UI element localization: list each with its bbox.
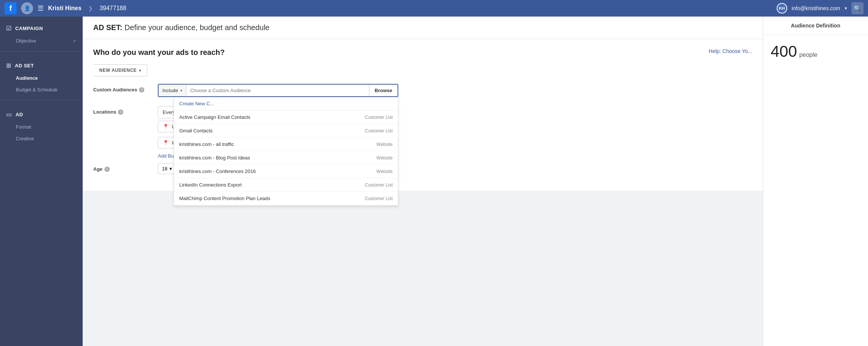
sidebar-item-objective[interactable]: Objective ✓ <box>0 35 83 47</box>
section-question: Who do you want your ads to reach? <box>93 48 225 57</box>
sidebar-item-format[interactable]: Format <box>0 121 83 133</box>
campaign-section-label: CAMPAIGN <box>15 26 43 31</box>
sidebar-section-adset: ⊞ AD SET Audience Budget & Schedule <box>0 54 83 98</box>
locations-label: Locations i <box>93 106 153 115</box>
user-initials-badge: KH <box>777 3 787 14</box>
include-label: Include <box>162 88 178 93</box>
sidebar-campaign-header: ☑ CAMPAIGN <box>0 22 83 35</box>
dropdown-item-5[interactable]: LinkedIn Connections Export Customer Lis… <box>174 178 398 192</box>
dropdown-item-3[interactable]: kristihines.com - Blog Post Ideas Websit… <box>174 151 398 165</box>
sidebar-item-budget-schedule[interactable]: Budget & Schedule <box>0 84 83 96</box>
sidebar-item-audience[interactable]: Audience <box>0 72 83 84</box>
sidebar-section-campaign: ☑ CAMPAIGN Objective ✓ <box>0 17 83 49</box>
people-count: 400 <box>771 42 797 61</box>
sidebar-divider-2 <box>0 100 83 100</box>
location-pin-icon: 📍 <box>163 124 169 129</box>
age-label: Age i <box>93 163 153 172</box>
audience-size-display: 400 people <box>771 42 860 61</box>
adset-header-title: AD SET: Define your audience, budget and… <box>93 23 269 32</box>
audience-field-container: Include ▾ Browse Create New C... Active … <box>158 84 398 97</box>
include-location-pin-icon: 📍 <box>163 140 169 146</box>
dropdown-item-1[interactable]: Gmail Contacts Customer List <box>174 124 398 138</box>
audience-search-input[interactable] <box>186 85 369 96</box>
new-audience-chevron-icon: ▾ <box>139 68 141 73</box>
custom-audiences-row: Custom Audiences i Include ▾ Browse <box>93 84 752 97</box>
custom-audiences-label: Custom Audiences i <box>93 84 153 93</box>
adset-header: AD SET: Define your audience, budget and… <box>83 17 763 39</box>
sidebar-ad-header: ▭ AD <box>0 108 83 121</box>
browse-button[interactable]: Browse <box>369 85 398 96</box>
sidebar-divider-1 <box>0 51 83 52</box>
dropdown-item-6[interactable]: MailChimp Content Promotion Plan Leads C… <box>174 192 398 205</box>
dropdown-item-2[interactable]: kristihines.com - all traffic Website <box>174 138 398 151</box>
ad-section-icon: ▭ <box>6 111 12 118</box>
nav-arrow-icon: ❯ <box>88 5 93 11</box>
nav-username: Kristi Hines <box>48 5 82 12</box>
create-new-link[interactable]: Create New C... <box>174 97 398 111</box>
email-chevron-icon[interactable]: ▾ <box>845 6 847 11</box>
dropdown-item-4[interactable]: kristihines.com - Conferences 2016 Websi… <box>174 165 398 178</box>
include-chevron-icon: ▾ <box>180 88 182 93</box>
people-label: people <box>799 52 817 58</box>
include-dropdown[interactable]: Include ▾ <box>159 85 186 96</box>
custom-audiences-info-icon[interactable]: i <box>139 87 144 93</box>
audience-section: Who do you want your ads to reach? Help:… <box>83 39 763 191</box>
locations-info-icon[interactable]: i <box>118 109 123 115</box>
new-audience-tab[interactable]: NEW AUDIENCE ▾ <box>93 64 147 76</box>
audience-dropdown-menu: Create New C... Active Campaign Email Co… <box>174 97 398 206</box>
sidebar-item-creative[interactable]: Creative <box>0 133 83 144</box>
dropdown-item-0[interactable]: Active Campaign Email Contacts Customer … <box>174 111 398 124</box>
objective-check-icon: ✓ <box>73 38 77 44</box>
age-min-chevron: ▾ <box>169 166 172 171</box>
new-audience-tab-label: NEW AUDIENCE <box>99 68 137 73</box>
audience-definition-title: Audience Definition <box>763 17 868 35</box>
age-info-icon[interactable]: i <box>104 167 110 172</box>
campaign-section-icon: ☑ <box>6 25 12 32</box>
facebook-logo: f <box>5 2 17 14</box>
audience-tabs: NEW AUDIENCE ▾ <box>93 64 752 76</box>
user-avatar: 👤 <box>21 2 33 14</box>
audience-definition-panel: Audience Definition 400 people <box>763 17 868 346</box>
ad-section-label: AD <box>16 112 23 117</box>
sidebar-section-ad: ▭ AD Format Creative <box>0 103 83 147</box>
user-email-display: info@kristihines.com <box>792 5 840 11</box>
help-link[interactable]: Help: Choose Yo... <box>709 48 752 54</box>
sidebar: ☑ CAMPAIGN Objective ✓ ⊞ AD SET Audience… <box>0 17 83 346</box>
adset-section-icon: ⊞ <box>6 62 11 69</box>
audience-input-row: Include ▾ Browse <box>158 84 398 97</box>
adset-section-label: AD SET <box>15 63 34 68</box>
search-button[interactable]: 🔍 <box>851 2 863 14</box>
hamburger-icon[interactable]: ☰ <box>38 4 44 12</box>
nav-account-id: 39477188 <box>100 5 126 12</box>
audience-definition-body: 400 people <box>763 35 868 71</box>
sidebar-adset-header: ⊞ AD SET <box>0 59 83 72</box>
top-navigation: f 👤 ☰ Kristi Hines ❯ 39477188 KH info@kr… <box>0 0 868 17</box>
